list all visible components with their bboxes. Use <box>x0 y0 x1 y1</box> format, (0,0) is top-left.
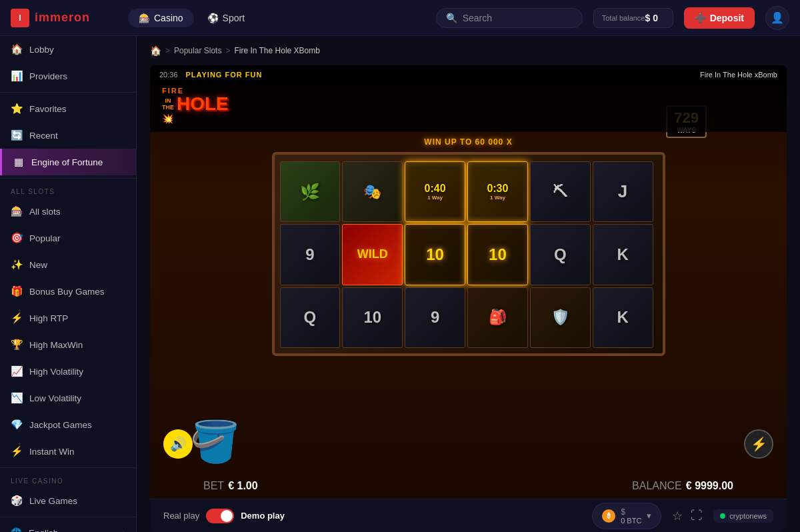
bonus-icon: 🎁 <box>11 285 23 297</box>
win-banner: WIN UP TO 60 000 X <box>424 137 512 147</box>
toggle-switch[interactable] <box>206 509 234 523</box>
deposit-icon: ➕ <box>695 13 706 23</box>
fullscreen-button[interactable]: ⛶ <box>691 509 703 523</box>
sidebar-item-favorites[interactable]: ⭐ Favorites <box>0 95 136 122</box>
top-navigation: I immeron 🎰 Casino ⚽ Sport 🔍 Search Tota… <box>0 0 800 36</box>
bet-value: € 1.00 <box>228 480 258 492</box>
favorite-button[interactable]: ☆ <box>672 509 683 523</box>
toggle-knob <box>221 510 233 522</box>
sidebar-item-label: High Volatility <box>29 367 83 377</box>
game-frame[interactable]: 20:36 PLAYING FOR FUN Fire In The Hole x… <box>150 65 787 499</box>
language-label: English <box>29 528 58 533</box>
search-icon: 🔍 <box>446 13 457 23</box>
sidebar-item-label: Instant Win <box>29 447 75 457</box>
sport-icon: ⚽ <box>207 13 219 23</box>
slot-cell: 9 <box>405 287 465 348</box>
sidebar-item-instant-win[interactable]: ⚡ Instant Win <box>0 438 136 465</box>
breadcrumb-sep2: > <box>225 46 230 55</box>
slot-cell: Q <box>530 224 591 285</box>
logo[interactable]: I immeron <box>11 9 117 27</box>
lightning-button[interactable]: ⚡ <box>744 429 773 459</box>
btc-amount: $ 0 BTC <box>621 507 641 525</box>
high-vol-icon: 📈 <box>11 365 23 377</box>
barrel-decoration: 🪣 <box>190 418 240 465</box>
instant-icon: ⚡ <box>11 445 23 457</box>
bet-display: BET € 1.00 <box>203 480 258 492</box>
slot-cell: 🎒 <box>467 287 528 348</box>
live-casino-section-label: LIVE CASINO <box>0 471 136 487</box>
chevron-down-icon: ▾ <box>647 511 651 521</box>
breadcrumb-popular-slots[interactable]: Popular Slots <box>174 46 221 55</box>
btc-currency-selector[interactable]: ₿ $ 0 BTC ▾ <box>592 503 661 529</box>
slot-cell: K <box>593 287 653 348</box>
footer-actions: ☆ ⛶ <box>672 509 703 523</box>
slot-cell: 10 <box>342 287 403 348</box>
sidebar-item-label: All slots <box>29 207 61 217</box>
new-icon: ✨ <box>11 259 23 271</box>
sidebar-item-all-slots[interactable]: 🎰 All slots <box>0 198 136 225</box>
sound-button[interactable]: 🔊 <box>163 429 193 459</box>
sidebar-item-bonus-buy[interactable]: 🎁 Bonus Buy Games <box>0 278 136 305</box>
sidebar-item-recent[interactable]: 🔄 Recent <box>0 122 136 149</box>
language-selector[interactable]: 🌐 English › <box>0 520 136 532</box>
breadcrumb: 🏠 > Popular Slots > Fire In The Hole XBo… <box>137 36 800 65</box>
search-bar[interactable]: 🔍 Search <box>436 8 583 28</box>
sidebar-item-new[interactable]: ✨ New <box>0 251 136 278</box>
game-logo: FIRE INTHE HOLE 💥 <box>162 87 229 124</box>
game-balance-label: BALANCE <box>632 480 682 492</box>
sidebar-item-label: Recent <box>29 131 58 141</box>
breadcrumb-home-icon[interactable]: 🏠 <box>150 45 161 56</box>
sidebar-item-label: High RTP <box>29 313 68 323</box>
game-interior: 20:36 PLAYING FOR FUN Fire In The Hole x… <box>150 65 787 499</box>
providers-icon: 📊 <box>11 70 23 82</box>
live-dot <box>720 513 725 519</box>
all-slots-section-label: ALL SLOTS <box>0 181 136 198</box>
playing-mode: PLAYING FOR FUN <box>186 71 263 79</box>
real-play-label: Real play <box>163 511 199 521</box>
sidebar-item-jackpot[interactable]: 💎 Jackpot Games <box>0 411 136 438</box>
logo-icon: I <box>11 9 29 27</box>
game-title: Fire In The Hole xBomb <box>700 71 777 79</box>
tab-sport[interactable]: ⚽ Sport <box>197 9 255 27</box>
deposit-button[interactable]: ➕ Deposit <box>684 7 755 29</box>
sidebar-item-high-volatility[interactable]: 📈 High Volatility <box>0 358 136 385</box>
tab-casino[interactable]: 🎰 Casino <box>128 9 194 27</box>
sidebar-item-engine-of-fortune[interactable]: ▦ Engine of Fortune <box>0 149 136 175</box>
user-avatar[interactable]: 👤 <box>765 6 789 30</box>
sidebar-item-live-games[interactable]: 🎲 Live Games <box>0 487 136 514</box>
star-icon: ⭐ <box>11 103 23 115</box>
play-mode-toggle: Real play Demo play <box>163 509 285 523</box>
slot-cell: ⛏ <box>530 161 591 222</box>
all-slots-icon: 🎰 <box>11 205 23 217</box>
slot-cell: 0:40 1 Way <box>405 161 465 222</box>
tab-casino-label: Casino <box>154 13 183 23</box>
bet-label: BET <box>203 480 224 492</box>
balance-value: $ 0 <box>645 13 657 23</box>
nav-tabs: 🎰 Casino ⚽ Sport <box>128 9 255 27</box>
sidebar-item-popular[interactable]: 🎯 Popular <box>0 225 136 251</box>
sidebar-item-label: Jackpot Games <box>29 420 92 430</box>
slot-cell: Q <box>280 287 341 348</box>
sidebar-item-lobby[interactable]: 🏠 Lobby <box>0 36 136 63</box>
slot-cell: 9 <box>280 224 341 285</box>
main-layout: 🏠 Lobby 📊 Providers ⭐ Favorites 🔄 Recent… <box>0 36 800 532</box>
slot-cell: 🎭 <box>342 161 403 222</box>
sidebar-item-high-rtp[interactable]: ⚡ High RTP <box>0 305 136 331</box>
content-area: 🏠 > Popular Slots > Fire In The Hole XBo… <box>137 36 800 532</box>
btc-icon: ₿ <box>602 509 615 523</box>
cryptonews-label: cryptonews <box>729 512 767 520</box>
sidebar-item-low-volatility[interactable]: 📉 Low Volatility <box>0 385 136 411</box>
balance-display: Total balance $ 0 <box>593 8 673 28</box>
casino-icon: 🎰 <box>139 13 150 23</box>
sidebar-item-label: High MaxWin <box>29 340 83 350</box>
slot-grid: 🌿 🎭 0:40 1 Way 0:30 <box>280 161 653 348</box>
sidebar-item-providers[interactable]: 📊 Providers <box>0 63 136 89</box>
slot-cell: J <box>593 161 653 222</box>
sidebar-item-label: Low Volatility <box>29 393 81 403</box>
sidebar: 🏠 Lobby 📊 Providers ⭐ Favorites 🔄 Recent… <box>0 36 137 532</box>
sidebar-item-label: Engine of Fortune <box>31 157 103 167</box>
sidebar-item-high-maxwin[interactable]: 🏆 High MaxWin <box>0 331 136 358</box>
game-balance-value: € 9999.00 <box>686 480 733 492</box>
slot-cell: 10 <box>467 224 528 285</box>
sidebar-item-label: Live Games <box>29 496 77 506</box>
